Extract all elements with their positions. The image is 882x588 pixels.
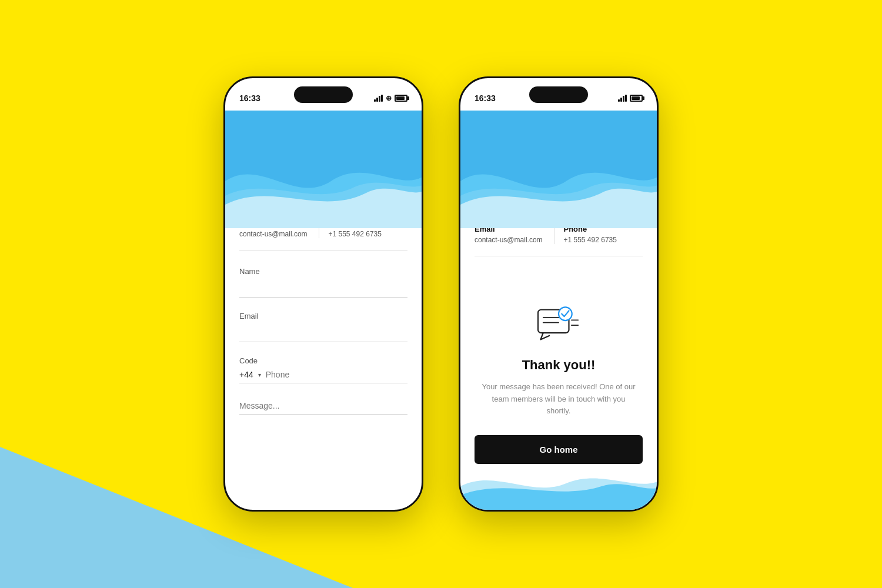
right-email-value: contact-us@mail.com	[475, 236, 554, 244]
phone-code-row: +44 ▾	[239, 370, 407, 383]
right-dynamic-island	[529, 86, 588, 103]
dynamic-island	[294, 86, 353, 103]
phone-field-group: Code +44 ▾	[239, 356, 407, 383]
right-contact-info-row: Email contact-us@mail.com Phone +1 555 4…	[475, 225, 643, 256]
left-phone-content: Contact us Email contact-us@mail.com Pho…	[225, 111, 422, 510]
chevron-down-icon[interactable]: ▾	[258, 372, 261, 378]
svg-point-7	[559, 307, 572, 320]
right-phone-frame: 16:33 Contact us Email contact-us@mail.c…	[459, 76, 659, 512]
name-label: Name	[239, 267, 407, 276]
message-field-group	[239, 397, 407, 415]
right-battery-icon	[630, 95, 643, 102]
code-label: Code	[239, 356, 407, 365]
right-phone-value: +1 555 492 6735	[564, 236, 643, 244]
battery-icon	[395, 95, 407, 102]
signal-icon	[374, 95, 383, 102]
right-status-time: 16:33	[475, 93, 496, 103]
status-time: 16:33	[239, 93, 260, 103]
wave-header	[225, 111, 422, 228]
phone-number-input[interactable]	[266, 370, 407, 379]
left-phone-frame: 16:33 ⊕ Contact us Email contact-us@mai	[223, 76, 423, 512]
email-field-group: Email	[239, 312, 407, 342]
email-input[interactable]	[239, 325, 407, 342]
phone-code-value: +44	[239, 370, 253, 379]
right-phone-content: Contact us Email contact-us@mail.com Pho…	[460, 111, 657, 510]
thank-you-heading: Thank you!!	[522, 358, 596, 373]
name-field-group: Name	[239, 267, 407, 298]
go-home-button[interactable]: Go home	[475, 435, 643, 464]
email-value: contact-us@mail.com	[239, 230, 319, 238]
email-form-label: Email	[239, 312, 407, 320]
status-icons: ⊕	[374, 94, 407, 102]
right-signal-icon	[618, 95, 627, 102]
phone-value: +1 555 492 6735	[329, 230, 408, 238]
name-input[interactable]	[239, 280, 407, 298]
right-wave-bottom	[460, 463, 657, 510]
right-status-icons	[618, 95, 643, 102]
message-input[interactable]	[239, 397, 407, 415]
message-icon-svg	[535, 305, 582, 346]
thank-you-text: Your message has been received! One of o…	[475, 381, 643, 417]
message-sent-icon	[535, 305, 582, 346]
right-wave-header	[460, 111, 657, 228]
wifi-icon: ⊕	[386, 94, 392, 102]
